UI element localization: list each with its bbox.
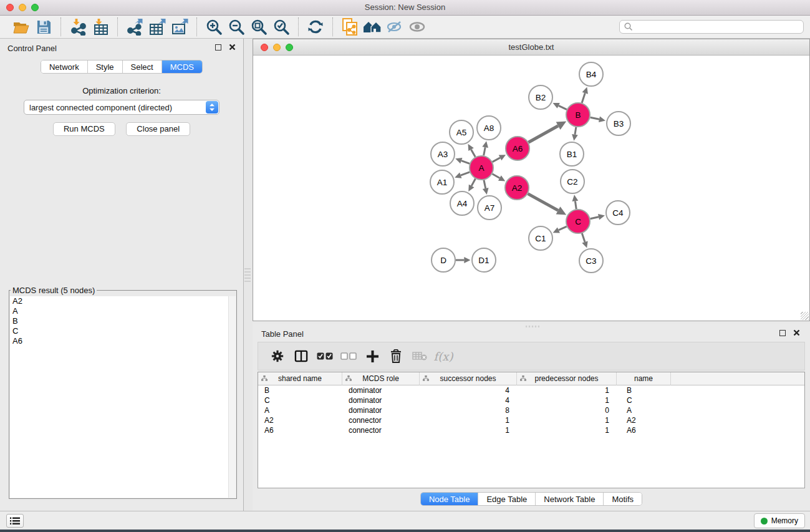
graph-edge[interactable]: [575, 127, 576, 135]
run-mcds-button[interactable]: Run MCDS: [53, 122, 115, 136]
hide-details-button[interactable]: [383, 17, 406, 36]
network-window-titlebar[interactable]: testGlobe.txt: [253, 39, 809, 56]
delete-column-button[interactable]: [384, 346, 408, 367]
close-panel-icon[interactable]: [793, 329, 800, 336]
table-cell: 1: [420, 425, 517, 435]
split-panel-button[interactable]: [289, 346, 313, 367]
float-panel-icon[interactable]: [779, 330, 786, 336]
network-files-button[interactable]: [339, 17, 361, 36]
import-table-button[interactable]: [89, 17, 112, 36]
add-column-button[interactable]: [360, 346, 384, 367]
column-header[interactable]: MCDS role: [342, 372, 420, 385]
toolbar-separator: [117, 17, 118, 36]
table-cell: 1: [420, 415, 517, 425]
tab-network[interactable]: Network: [41, 60, 88, 73]
tab-style[interactable]: Style: [88, 60, 123, 73]
zoom-in-button[interactable]: [203, 17, 225, 36]
column-header-filler: [671, 372, 804, 385]
search-field[interactable]: [619, 20, 804, 34]
tab-node-table[interactable]: Node Table: [421, 493, 479, 505]
graph-edge[interactable]: [484, 180, 486, 188]
column-header[interactable]: successor nodes: [420, 372, 517, 385]
table-cell-filler: [671, 385, 804, 395]
checked-boxes-icon: [317, 352, 333, 360]
toolbar-separator: [298, 17, 299, 36]
open-session-button[interactable]: [10, 17, 32, 36]
tab-network-table[interactable]: Network Table: [536, 493, 604, 505]
graph-edge[interactable]: [461, 172, 470, 175]
table-cell: B: [617, 385, 671, 395]
optimization-criterion-select[interactable]: largest connected component (directed): [24, 100, 219, 115]
graph-edge[interactable]: [471, 150, 476, 157]
list-item[interactable]: C: [10, 326, 228, 336]
table-settings-button[interactable]: [266, 346, 289, 367]
memory-button-label: Memory: [771, 516, 798, 525]
list-item[interactable]: B: [10, 316, 228, 326]
graph-edge[interactable]: [559, 226, 567, 230]
gear-icon: [271, 349, 284, 363]
list-item[interactable]: A: [10, 306, 228, 316]
search-icon: [624, 22, 634, 32]
list-item[interactable]: A6: [10, 336, 228, 346]
control-panel: Control Panel Network Style Select MCDS …: [0, 39, 244, 511]
result-list-scrollbar[interactable]: [228, 296, 236, 498]
import-network-button[interactable]: [67, 17, 89, 36]
show-details-icon: [408, 21, 426, 33]
column-header[interactable]: name: [617, 372, 671, 385]
status-bar: Memory: [0, 511, 810, 530]
float-panel-icon[interactable]: [215, 44, 221, 51]
table-cell: 1: [517, 415, 617, 425]
column-header[interactable]: predecessor nodes: [517, 372, 617, 385]
table-tabs: Node Table Edge Table Network Table Moti…: [253, 492, 810, 506]
memory-button[interactable]: Memory: [754, 513, 805, 528]
control-panel-tabs: Network Style Select MCDS: [0, 60, 243, 74]
apply-function-button[interactable]: f(x): [432, 346, 455, 367]
network-canvas[interactable]: AA1A2A3A4A5A6A7A8BB1B2B3B4CC1C2C3C4DD1: [253, 56, 809, 321]
select-all-button[interactable]: [313, 346, 337, 367]
mcds-result-legend: MCDS result (5 nodes): [11, 286, 97, 295]
home-button[interactable]: [361, 17, 383, 36]
graph-edge[interactable]: [493, 158, 500, 162]
graph-edge[interactable]: [559, 105, 567, 109]
table-cell: dominator: [342, 395, 420, 405]
delete-table-button[interactable]: [408, 346, 432, 367]
close-panel-icon[interactable]: [229, 44, 236, 51]
export-network-button[interactable]: [123, 17, 146, 36]
resize-grip[interactable]: [801, 312, 809, 320]
graph-node-label: A6: [513, 144, 523, 153]
task-history-button[interactable]: [6, 514, 24, 528]
graph-edge[interactable]: [528, 126, 558, 143]
export-table-button[interactable]: [146, 17, 168, 36]
deselect-all-button[interactable]: [337, 346, 360, 367]
graph-edge[interactable]: [528, 194, 559, 211]
column-header-label: name: [634, 374, 653, 383]
export-image-button[interactable]: [168, 17, 191, 36]
panel-splitter-vertical[interactable]: [244, 39, 253, 511]
zoom-out-button[interactable]: [225, 17, 248, 36]
close-panel-button[interactable]: Close panel: [126, 122, 190, 136]
zoom-fit-button[interactable]: [248, 17, 270, 36]
graph-edge[interactable]: [591, 117, 599, 119]
graph-edge[interactable]: [484, 147, 485, 155]
graph-edge[interactable]: [591, 217, 599, 219]
table-cell: 8: [420, 405, 517, 415]
graph-edge[interactable]: [492, 174, 499, 178]
save-session-button[interactable]: [32, 17, 55, 36]
zoom-selected-button[interactable]: [270, 17, 292, 36]
table-cell: C: [617, 395, 671, 405]
tab-edge-table[interactable]: Edge Table: [478, 493, 536, 505]
tab-select[interactable]: Select: [123, 60, 162, 73]
tab-mcds[interactable]: MCDS: [162, 60, 202, 73]
refresh-button[interactable]: [304, 17, 327, 36]
list-item[interactable]: A2: [10, 296, 228, 306]
graph-edge[interactable]: [582, 233, 585, 242]
graph-edge[interactable]: [461, 161, 470, 164]
tab-motifs[interactable]: Motifs: [604, 493, 642, 505]
column-header-label: successor nodes: [440, 374, 496, 383]
graph-edge[interactable]: [471, 179, 475, 186]
column-header[interactable]: shared name: [258, 372, 342, 385]
search-input[interactable]: [634, 22, 803, 31]
graph-edge[interactable]: [575, 201, 576, 209]
show-details-button[interactable]: [406, 17, 428, 36]
graph-edge[interactable]: [582, 93, 585, 103]
